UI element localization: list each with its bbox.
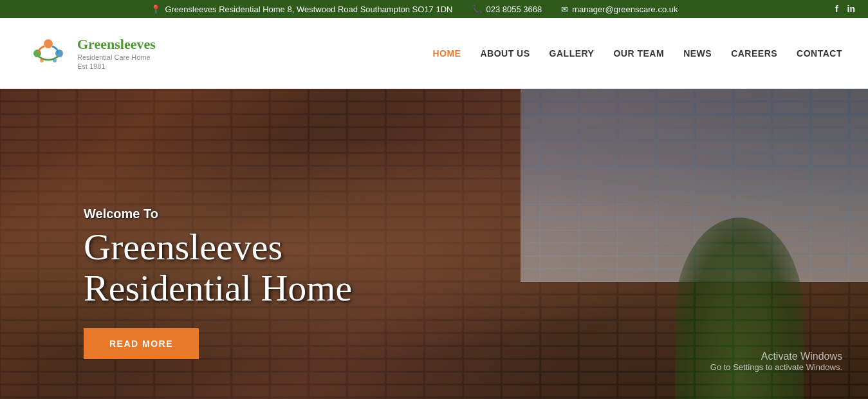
read-more-button[interactable]: READ MORE: [84, 328, 199, 359]
logo-name: Greensleeves: [77, 36, 156, 53]
email-text: manager@greenscare.co.uk: [572, 5, 678, 14]
header: Greensleeves Residential Care Home Est 1…: [0, 18, 868, 89]
hero-welcome-text: Welcome To: [84, 207, 352, 221]
main-nav: HOME ABOUT US GALLERY OUR TEAM NEWS CARE…: [432, 48, 842, 59]
hero-title-line1: Greensleeves: [84, 226, 282, 268]
logo-text: Greensleeves Residential Care Home Est 1…: [77, 36, 156, 70]
phone-info: 📞 023 8055 3668: [472, 5, 542, 14]
watermark-subtitle: Go to Settings to activate Windows.: [710, 362, 842, 372]
logo-est: Est 1981: [77, 62, 156, 70]
email-icon: ✉: [561, 5, 568, 14]
nav-our-team[interactable]: OUR TEAM: [613, 48, 664, 59]
hero-title-line2: Residential Home: [84, 267, 352, 309]
hero-section: Welcome To Greensleeves Residential Home…: [0, 89, 868, 399]
facebook-icon[interactable]: f: [835, 4, 838, 14]
nav-news[interactable]: NEWS: [683, 48, 712, 59]
watermark: Activate Windows Go to Settings to activ…: [710, 351, 842, 372]
svg-point-2: [55, 50, 63, 57]
phone-text: 023 8055 3668: [486, 5, 542, 14]
svg-point-3: [40, 59, 44, 62]
nav-contact[interactable]: CONTACT: [797, 48, 842, 59]
social-links: f in: [835, 4, 855, 14]
logo-icon: [26, 31, 71, 76]
svg-point-4: [53, 59, 57, 62]
svg-point-0: [44, 39, 53, 48]
phone-icon: 📞: [472, 5, 482, 14]
linkedin-icon[interactable]: in: [847, 4, 855, 14]
hero-content: Welcome To Greensleeves Residential Home…: [84, 207, 352, 359]
watermark-title: Activate Windows: [710, 351, 842, 362]
email-info: ✉ manager@greenscare.co.uk: [561, 5, 678, 14]
location-icon: 📍: [151, 5, 161, 14]
top-bar-contacts: 📍 Greensleeves Residential Home 8, Westw…: [13, 5, 816, 14]
logo-subtitle: Residential Care Home: [77, 53, 156, 62]
svg-point-1: [33, 50, 41, 57]
top-bar: 📍 Greensleeves Residential Home 8, Westw…: [0, 0, 868, 18]
hero-title: Greensleeves Residential Home: [84, 227, 352, 309]
nav-about[interactable]: ABOUT US: [480, 48, 530, 59]
address-info: 📍 Greensleeves Residential Home 8, Westw…: [151, 5, 452, 14]
nav-careers[interactable]: CAREERS: [731, 48, 777, 59]
nav-gallery[interactable]: GALLERY: [549, 48, 595, 59]
nav-home[interactable]: HOME: [432, 48, 461, 59]
address-text: Greensleeves Residential Home 8, Westwoo…: [165, 5, 452, 14]
logo[interactable]: Greensleeves Residential Care Home Est 1…: [26, 31, 156, 76]
